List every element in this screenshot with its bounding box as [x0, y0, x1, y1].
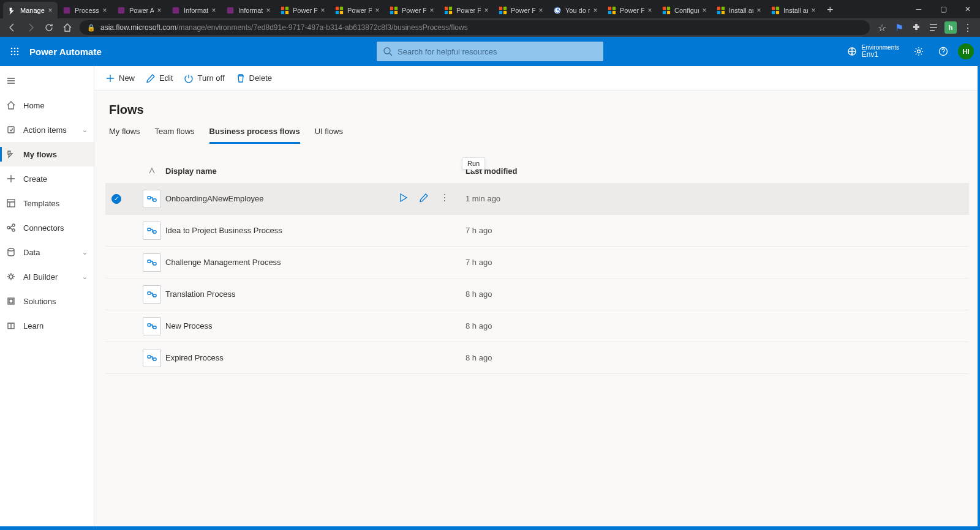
sidebar-item-my-flows[interactable]: My flows	[0, 142, 94, 166]
sidebar-item-learn[interactable]: Learn	[0, 313, 94, 338]
tab-close-icon[interactable]: ×	[374, 7, 381, 14]
tab-close-icon[interactable]: ×	[101, 7, 108, 14]
tab-business-process-flows[interactable]: Business process flows	[209, 127, 300, 144]
tab-favicon	[335, 6, 344, 15]
sidebar-item-action-items[interactable]: Action items⌄	[0, 118, 94, 142]
reading-list-icon[interactable]	[927, 21, 940, 34]
edit-button[interactable]: Edit	[146, 73, 173, 83]
sort-icon[interactable]	[138, 166, 165, 176]
trash-icon	[236, 73, 246, 83]
browser-tab[interactable]: Power Pl×	[276, 2, 330, 18]
tab-ui-flows[interactable]: UI flows	[315, 127, 343, 144]
run-button[interactable]	[398, 193, 408, 204]
chrome-menu-icon[interactable]: ⋮	[962, 21, 974, 34]
home-button[interactable]	[61, 21, 74, 34]
browser-tab[interactable]: Manage×	[3, 2, 58, 18]
turnoff-button[interactable]: Turn off	[184, 73, 224, 83]
forward-button[interactable]	[24, 21, 37, 34]
tab-my-flows[interactable]: My flows	[109, 127, 140, 144]
table-row[interactable]: OnboardingANewEmployee1 min ago	[105, 183, 969, 215]
table-row[interactable]: Challenge Management Process7 h ago	[105, 247, 969, 278]
tab-close-icon[interactable]: ×	[483, 7, 490, 14]
tab-title: You do n	[565, 7, 590, 14]
search-input[interactable]: Search for helpful resources	[377, 42, 603, 61]
table-row[interactable]: Expired Process8 h ago	[105, 342, 969, 374]
settings-button[interactable]	[907, 37, 931, 66]
column-last-modified[interactable]: Last modified	[466, 166, 963, 176]
browser-tab[interactable]: Informat×	[167, 2, 221, 18]
sidebar-item-label: My flows	[23, 150, 57, 159]
tab-close-icon[interactable]: ×	[265, 7, 272, 14]
nav-toggle-button[interactable]	[0, 69, 94, 93]
app-launcher-icon[interactable]	[0, 37, 29, 66]
sidebar-item-templates[interactable]: Templates	[0, 191, 94, 215]
extensions-icon[interactable]	[910, 21, 922, 34]
avatar[interactable]: HI	[958, 43, 974, 59]
sidebar-item-data[interactable]: Data⌄	[0, 240, 94, 264]
sidebar-item-home[interactable]: Home	[0, 93, 94, 118]
tab-close-icon[interactable]: ×	[319, 7, 326, 14]
help-button[interactable]	[931, 37, 956, 66]
new-tab-button[interactable]: +	[821, 2, 840, 18]
table-row[interactable]: New Process8 h ago	[105, 310, 969, 342]
chevron-down-icon: ⌄	[82, 248, 88, 256]
sidebar-item-solutions[interactable]: Solutions	[0, 289, 94, 313]
back-button[interactable]	[6, 21, 18, 34]
tab-close-icon[interactable]: ×	[428, 7, 435, 14]
minimize-button[interactable]: ─	[907, 0, 931, 18]
tab-close-icon[interactable]: ×	[47, 7, 54, 14]
edit-row-button[interactable]	[419, 193, 429, 204]
svg-rect-0	[64, 7, 70, 13]
tab-close-icon[interactable]: ×	[156, 7, 163, 14]
sidebar-item-connectors[interactable]: Connectors	[0, 215, 94, 240]
browser-tab[interactable]: Power A×	[112, 2, 167, 18]
browser-tab[interactable]: Power Pl×	[330, 2, 385, 18]
browser-tab[interactable]: Power Pl×	[603, 2, 657, 18]
ai-icon	[6, 272, 23, 282]
svg-rect-73	[153, 294, 156, 297]
browser-tab[interactable]: You do n×	[548, 2, 603, 18]
browser-tab[interactable]: Power Pl×	[439, 2, 494, 18]
browser-tab[interactable]: Install an×	[712, 2, 766, 18]
tab-close-icon[interactable]: ×	[210, 7, 217, 14]
browser-tab[interactable]: Power Pl×	[385, 2, 439, 18]
svg-rect-28	[612, 10, 616, 13]
svg-rect-36	[722, 10, 725, 13]
star-icon[interactable]: ☆	[876, 21, 888, 34]
column-display-name[interactable]: Display name	[165, 166, 398, 176]
tab-close-icon[interactable]: ×	[755, 7, 763, 14]
browser-tab[interactable]: Power Pl×	[494, 2, 548, 18]
browser-tab[interactable]: Process×	[58, 2, 112, 18]
sidebar-item-ai-builder[interactable]: AI Builder⌄	[0, 264, 94, 289]
environment-picker[interactable]: Environments Env1	[840, 37, 907, 66]
reload-button[interactable]	[43, 21, 55, 34]
close-window-button[interactable]: ✕	[956, 0, 980, 18]
tab-close-icon[interactable]: ×	[592, 7, 599, 14]
sidebar-item-create[interactable]: Create	[0, 166, 94, 191]
browser-tab[interactable]: Informat×	[221, 2, 276, 18]
flow-modified: 8 h ago	[466, 289, 963, 299]
delete-button[interactable]: Delete	[236, 73, 273, 83]
tab-close-icon[interactable]: ×	[810, 7, 817, 14]
maximize-button[interactable]: ▢	[931, 0, 956, 18]
flow-type-icon	[143, 222, 161, 240]
more-button[interactable]	[440, 193, 450, 204]
tab-close-icon[interactable]: ×	[701, 7, 708, 14]
table-row[interactable]: Idea to Project Business Process7 h ago	[105, 215, 969, 247]
tab-close-icon[interactable]: ×	[537, 7, 545, 14]
row-checkbox[interactable]	[111, 194, 121, 204]
new-button[interactable]: New	[105, 73, 135, 83]
browser-tab[interactable]: Install an×	[766, 2, 821, 18]
app-title[interactable]: Power Automate	[29, 47, 102, 57]
svg-rect-5	[285, 6, 288, 9]
profile-badge[interactable]: h	[944, 21, 957, 34]
plus-icon	[105, 73, 115, 83]
template-icon	[6, 198, 23, 208]
extension-icon-1[interactable]: ⚑	[893, 21, 905, 34]
tab-favicon	[8, 6, 17, 15]
table-row[interactable]: Translation Process8 h ago	[105, 278, 969, 310]
tab-team-flows[interactable]: Team flows	[155, 127, 195, 144]
browser-tab[interactable]: Configur×	[657, 2, 712, 18]
tab-close-icon[interactable]: ×	[646, 7, 654, 14]
url-field[interactable]: 🔒 asia.flow.microsoft.com/manage/environ…	[80, 20, 870, 35]
